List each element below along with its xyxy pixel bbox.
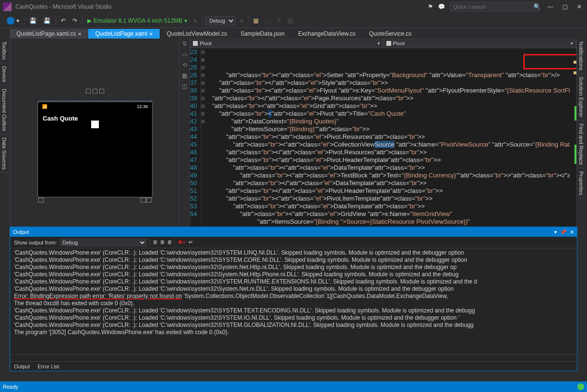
output-log[interactable]: 'CashQuotes.WindowsPhone.exe' (CoreCLR: … <box>10 248 577 354</box>
feedback-icon[interactable]: 💬 <box>438 3 445 10</box>
title-bar: CashQuotes - Microsoft Visual Studio ⚑ 💬… <box>0 0 587 14</box>
tool-tab[interactable]: Solution Explorer <box>577 74 586 121</box>
tool-tab[interactable]: Toolbox <box>0 39 9 63</box>
swap-panes-icon[interactable]: ⇅ <box>182 41 187 47</box>
quick-launch-input[interactable] <box>450 2 539 12</box>
document-tab[interactable]: QuoteService.cs <box>362 29 418 39</box>
start-options[interactable]: ▾ <box>192 16 199 25</box>
output-clear-icon[interactable]: ✖≡ <box>178 239 185 245</box>
designer-panel: 📶 12:38 Cash Quote <box>11 39 179 227</box>
redo-button[interactable]: ↷ <box>70 16 79 25</box>
output-panel: Output ▾ 📌 ✕ Show output from: Debug ≣ ≣… <box>10 227 577 371</box>
undo-button[interactable]: ↶ <box>59 16 68 25</box>
annotation-highlight <box>523 54 576 69</box>
output-pin-icon[interactable]: 📌 <box>560 229 567 235</box>
signal-icon: 📶 <box>42 104 47 109</box>
right-tool-tabs: NotificationsSolution ExplorerFind and R… <box>576 39 587 227</box>
platform-select[interactable]: ▾ <box>238 16 245 25</box>
output-dropdown-icon[interactable]: ▾ <box>554 229 557 235</box>
code-editor: Pivot▾ Pivot▾ 23 24 25 26 37 38 39 40 41… <box>190 39 576 227</box>
save-all-button[interactable]: 💾 <box>41 16 53 25</box>
tool-tab[interactable]: Device <box>0 63 9 86</box>
designer-vertical-toolbar: ⇅ ▭ ⟲ ▦ ◫ <box>179 39 190 227</box>
code-area[interactable]: 23 24 25 26 37 38 39 40 41 42 43 44 45 4… <box>190 48 576 227</box>
device-placeholder-icon <box>91 121 99 128</box>
document-tab[interactable]: ExchangeDataView.cs <box>291 29 362 39</box>
flag-icon[interactable]: ⚑ <box>428 3 433 10</box>
document-tab[interactable]: QuoteListPage.xaml✕ <box>88 29 160 39</box>
code-nav-left[interactable]: Pivot▾ <box>190 39 383 48</box>
search-icon[interactable]: 🔍 <box>533 3 541 10</box>
device-statusbar: 📶 12:38 <box>38 102 152 111</box>
panel-tab[interactable]: Error List <box>34 363 63 370</box>
save-button[interactable]: 💾 <box>27 16 39 25</box>
output-tool-2[interactable]: ≣ <box>160 239 164 245</box>
tool-button-1: ⬚ <box>263 16 273 25</box>
tool-button-3: ▤ <box>286 16 295 25</box>
close-button[interactable]: ✕ <box>574 3 584 10</box>
grid-icon[interactable]: ▦ <box>182 72 187 79</box>
device-preview[interactable]: 📶 12:38 Cash Quote <box>37 101 153 198</box>
output-header[interactable]: Output ▾ 📌 ✕ <box>10 227 577 237</box>
config-select[interactable]: Debug <box>205 16 235 26</box>
nav-back-button[interactable]: ▾ <box>5 16 21 26</box>
document-tabs: QuoteListPage.xaml.cs✕QuoteListPage.xaml… <box>0 28 587 39</box>
document-tab[interactable]: QuoteListViewModel.cs <box>160 29 233 39</box>
left-tool-tabs: ToolboxDeviceDocument OutlineData Source… <box>0 39 11 227</box>
split-icon[interactable]: ◫ <box>182 83 187 90</box>
expand-icon[interactable]: ▭ <box>182 51 187 58</box>
output-tool-3[interactable]: ≣ <box>167 239 172 245</box>
tool-tab[interactable]: Find and Replace <box>577 121 586 168</box>
sync-icon[interactable]: ⟲ <box>182 62 187 68</box>
main-toolbar: ▾ 💾 💾 ↶ ↷ ▶ Emulator 8.1 WVGA 4 inch 512… <box>0 14 587 28</box>
status-ok-icon <box>577 383 584 390</box>
status-text: Ready <box>3 384 18 390</box>
vs-logo-icon <box>3 2 12 11</box>
output-close-icon[interactable]: ✕ <box>570 229 574 235</box>
tool-button-2: ≡ <box>275 16 283 25</box>
device-time: 12:38 <box>137 104 148 109</box>
start-debug-button[interactable]: ▶ Emulator 8.1 WVGA 4 inch 512MB ▾ <box>85 16 189 25</box>
minimize-button[interactable]: — <box>546 3 555 10</box>
panel-tab[interactable]: Output <box>10 363 34 370</box>
output-from-select[interactable]: Debug <box>60 239 147 246</box>
maximize-button[interactable]: ▢ <box>560 3 570 10</box>
document-tab[interactable]: SampleData.json <box>234 29 291 39</box>
window-title: CashQuotes - Microsoft Visual Studio <box>15 3 428 10</box>
tool-tab[interactable]: Document Outline <box>0 86 9 135</box>
tool-tab[interactable]: Data Sources <box>0 135 9 173</box>
output-from-label: Show output from: <box>14 240 57 245</box>
tool-tab[interactable]: Notifications <box>577 39 586 74</box>
output-wrap-icon[interactable]: ↵ <box>189 239 193 245</box>
status-bar: Ready <box>0 381 587 392</box>
output-scrollbar[interactable] <box>10 354 577 361</box>
document-tab[interactable]: QuoteListPage.xaml.cs✕ <box>10 29 88 39</box>
step-button-1[interactable]: ▦ <box>251 16 260 25</box>
output-tool-1[interactable]: ≣ <box>153 239 157 245</box>
tool-tab[interactable]: Properties <box>577 168 586 199</box>
code-overview-ruler[interactable] <box>570 58 576 227</box>
code-nav-right[interactable]: Pivot▾ <box>383 39 577 48</box>
